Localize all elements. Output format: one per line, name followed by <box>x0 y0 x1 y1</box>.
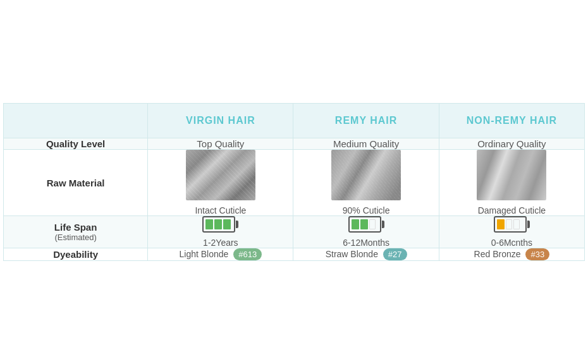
bar2-empty <box>506 219 512 229</box>
battery-low <box>494 216 530 233</box>
quality-col3: Ordinary Quality <box>439 138 584 150</box>
bar2 <box>360 219 368 229</box>
dyeability-col1: Light Blonde #613 <box>148 248 293 261</box>
battery-tip <box>382 221 384 228</box>
bar1-yellow <box>497 219 505 229</box>
battery-tip <box>236 221 238 228</box>
battery-medium-body <box>348 216 381 233</box>
lifespan-col2-label: 6-12Months <box>293 238 438 248</box>
battery-tip <box>527 221 530 228</box>
material-row: Raw Material Intact Cuticle 90% Cuticle … <box>4 150 585 216</box>
lifespan-col1-label: 1-2Years <box>148 238 293 248</box>
quality-row: Quality Level Top Quality Medium Quality… <box>4 138 585 150</box>
battery-full <box>202 216 238 233</box>
lifespan-label: Life Span (Estimated) <box>4 216 148 248</box>
header-row: VIRGIN HAIR REMY HAIR NON-REMY HAIR <box>4 104 585 138</box>
dye-col1-badge: #613 <box>233 248 262 260</box>
dye-col1-text: Light Blonde <box>180 249 229 259</box>
header-nonremy: NON-REMY HAIR <box>439 104 584 138</box>
dye-col2-text: Straw Blonde <box>326 249 378 259</box>
battery-low-container <box>439 216 584 233</box>
intact-cuticle-image <box>186 150 255 200</box>
damaged-cuticle-image <box>477 150 546 200</box>
lifespan-row: Life Span (Estimated) 1-2Years <box>4 216 585 248</box>
material-col1: Intact Cuticle <box>148 150 293 216</box>
intact-cuticle-label: Intact Cuticle <box>148 205 293 215</box>
90-cuticle-label: 90% Cuticle <box>293 205 438 215</box>
battery-low-body <box>494 216 527 233</box>
dyeability-col2: Straw Blonde #27 <box>293 248 439 261</box>
header-remy: REMY HAIR <box>293 104 439 138</box>
material-col3: Damaged Cuticle <box>439 150 584 216</box>
dye-col2-badge: #27 <box>383 248 407 260</box>
dye-col3-badge: #33 <box>525 248 549 260</box>
dyeability-col3: Red Bronze #33 <box>439 248 584 261</box>
comparison-table: VIRGIN HAIR REMY HAIR NON-REMY HAIR Qual… <box>3 103 585 261</box>
bar3-empty <box>513 219 520 229</box>
lifespan-col1: 1-2Years <box>148 216 293 248</box>
quality-col2: Medium Quality <box>293 138 439 150</box>
90-cuticle-image <box>331 150 401 200</box>
bar1 <box>205 219 213 229</box>
damaged-cuticle-label: Damaged Cuticle <box>439 205 584 215</box>
bar2 <box>214 219 222 229</box>
quality-label: Quality Level <box>4 138 148 150</box>
battery-medium-container <box>293 216 438 233</box>
battery-full-body <box>202 216 235 233</box>
dyeability-row: Dyeability Light Blonde #613 Straw Blond… <box>4 248 585 261</box>
lifespan-col3: 0-6Mcnths <box>439 216 584 248</box>
quality-col1: Top Quality <box>148 138 293 150</box>
dyeability-label: Dyeability <box>4 248 148 261</box>
lifespan-col3-label: 0-6Mcnths <box>439 238 584 248</box>
header-empty <box>4 104 148 138</box>
bar3 <box>223 219 231 229</box>
lifespan-col2: 6-12Months <box>293 216 439 248</box>
material-col2: 90% Cuticle <box>293 150 439 216</box>
bar3-empty <box>369 219 376 229</box>
dye-col3-text: Red Bronze <box>474 249 521 259</box>
material-label: Raw Material <box>4 150 148 216</box>
bar1 <box>352 219 359 229</box>
battery-medium <box>348 216 384 233</box>
header-virgin: VIRGIN HAIR <box>148 104 293 138</box>
battery-full-container <box>148 216 293 233</box>
